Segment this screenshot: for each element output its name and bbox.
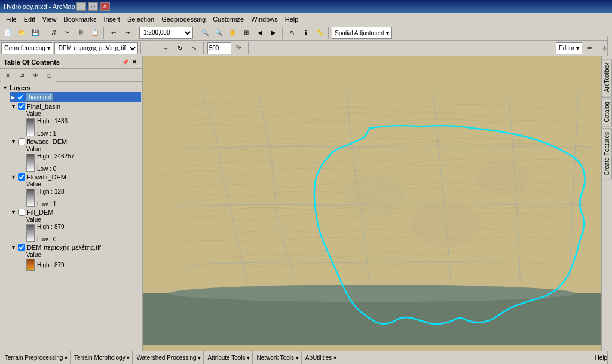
new-btn[interactable]: 📄 [1,26,14,39]
identify-btn[interactable]: ℹ [299,26,313,39]
basinpol-layer: ▶ basinpol [1,92,141,102]
menu-item-windows[interactable]: Windows [247,14,281,24]
flowacc-legend: Value High : 346257 Low : 0 [10,146,141,172]
select-btn[interactable]: ↖ [286,26,299,39]
toc-title: Table Of Contents [4,59,60,66]
minimize-button[interactable]: — [76,2,86,11]
spatial-adjustment-label[interactable]: Spatial Adjustment ▾ [332,27,392,39]
paste-btn[interactable]: 📋 [88,26,102,39]
fill-dem-header[interactable]: ▼ Fill_DEM [10,208,141,216]
redo-btn[interactable]: ↪ [121,26,134,39]
menu-item-edit[interactable]: Edit [20,14,39,24]
menu-item-insert[interactable]: Insert [100,14,124,24]
undo-btn[interactable]: ↩ [107,26,120,39]
toc-sel-btn[interactable]: ◻ [42,69,56,82]
full-extent-btn[interactable]: ⊞ [240,26,253,39]
dem-gradient [26,259,35,271]
dem-legend: Value High : 879 [10,252,141,271]
flowdir-checkbox[interactable] [18,173,25,181]
statusbar: Terrain Preprocessing ▾ Terrain Morpholo… [0,351,612,364]
flowacc-low: Low : 0 [37,166,74,172]
final-basin-legend: Value High : 1436 Low : 1 [10,111,141,137]
create-features-tab[interactable]: Create Features [602,128,612,179]
flowacc-expand[interactable]: ▼ [11,139,16,145]
menubar: FileEditViewBookmarksInsertSelectionGeop… [0,13,612,25]
menu-item-view[interactable]: View [39,14,60,24]
flowacc-layer: ▼ flowacc_DEM Value High : 346257 Low : … [1,137,141,172]
measure-btn[interactable]: 📏 [313,26,326,39]
georef-add-btn[interactable]: + [145,42,158,55]
next-extent-btn[interactable]: ▶ [267,26,280,39]
open-btn[interactable]: 📂 [15,26,28,39]
map-area[interactable] [143,56,601,351]
basinpol-expand[interactable]: ▶ [11,94,15,100]
menu-item-file[interactable]: File [2,14,20,24]
flowacc-header[interactable]: ▼ flowacc_DEM [10,137,141,146]
close-button[interactable]: ✕ [100,2,110,11]
zoom-input[interactable] [207,42,231,54]
main-area: Table Of Contents 📌 ✕ ≡ 🗂 👁 ◻ ▼ Layers [0,56,612,351]
final-basin-high: High : 1436 [37,118,68,124]
georef-scale-btn[interactable]: ⤡ [188,42,201,55]
fill-dem-checkbox[interactable] [18,209,25,216]
svg-point-5 [477,160,529,195]
prev-extent-btn[interactable]: ◀ [253,26,267,39]
flowacc-high-row: High : 346257 Low : 0 [26,153,141,172]
flowdir-header[interactable]: ▼ Flowdir_DEM [10,173,141,181]
georef-layer-combo[interactable]: DEM περιοχής μελέτης.tif [54,42,138,54]
menu-item-bookmarks[interactable]: Bookmarks [60,14,100,24]
copy-btn[interactable]: ⎘ [75,26,88,39]
ap-utilities-menu[interactable]: ApUtilities ▾ [303,351,339,364]
final-basin-header[interactable]: ▼ Final_basin [10,102,141,111]
edit-btn1[interactable]: ✏ [583,42,596,55]
dem-header[interactable]: ▼ DEM περιοχής μελέτης.tif [10,243,141,252]
maximize-button[interactable]: □ [88,2,98,11]
scale-combo[interactable]: 1:200,000 [139,27,193,39]
final-basin-expand[interactable]: ▼ [11,103,16,109]
cut-btn[interactable]: ✂ [61,26,74,39]
toc-vis-btn[interactable]: 👁 [29,69,42,82]
pan-btn[interactable]: ✋ [226,26,239,39]
georef-move-btn[interactable]: ↔ [159,42,172,55]
catalog-tab[interactable]: Catalog [602,97,612,126]
layers-group: ▼ Layers ▶ basinpol ▼ Final [1,83,141,272]
save-btn[interactable]: 💾 [29,26,42,39]
arctoolbox-tab[interactable]: ArcToolbox [602,59,612,96]
menu-item-help[interactable]: Help [281,14,302,24]
flowacc-checkbox[interactable] [18,138,25,145]
flowdir-expand[interactable]: ▼ [11,174,16,180]
georef-menu[interactable]: Georeferencing ▾ [1,42,53,54]
zoom-in-btn[interactable]: 🔍 [198,26,212,39]
fill-dem-value: Value [26,216,141,223]
toc-list-btn[interactable]: ≡ [1,69,14,82]
terrain-morphology-menu[interactable]: Terrain Morphology ▾ [72,351,133,364]
editor-menu[interactable]: Editor ▾ [556,42,582,54]
toc-pin-btn[interactable]: 📌 [121,58,129,66]
sep6 [328,27,330,39]
sep4 [195,27,197,39]
zoom-btn[interactable]: % [232,42,246,55]
layers-expand[interactable]: ▼ [2,85,8,91]
final-basin-checkbox[interactable] [18,103,25,110]
basinpol-header[interactable]: ▶ basinpol [10,92,141,102]
toc-header: Table Of Contents 📌 ✕ [0,56,142,69]
basinpol-checkbox[interactable] [17,94,24,101]
toc-close-btn[interactable]: ✕ [130,58,139,66]
menu-item-selection[interactable]: Selection [124,14,158,24]
terrain-preprocessing-menu[interactable]: Terrain Preprocessing ▾ [2,351,71,364]
zoom-out-btn[interactable]: 🔍 [212,26,225,39]
dem-expand[interactable]: ▼ [11,244,16,250]
dem-checkbox[interactable] [18,244,25,251]
flowacc-high: High : 346257 [37,153,74,160]
network-tools-menu[interactable]: Network Tools ▾ [254,351,301,364]
menu-item-customize[interactable]: Customize [209,14,247,24]
georef-rotate-btn[interactable]: ↻ [173,42,186,55]
print-btn[interactable]: 🖨 [47,26,60,39]
toc-source-btn[interactable]: 🗂 [15,69,28,82]
watershed-processing-menu[interactable]: Watershed Processing ▾ [134,351,204,364]
attribute-tools-menu[interactable]: Attribute Tools ▾ [205,351,253,364]
fill-dem-expand[interactable]: ▼ [11,209,16,215]
fill-dem-high: High : 879 [37,224,65,230]
menu-item-geoprocessing[interactable]: Geoprocessing [158,14,209,24]
final-basin-layer: ▼ Final_basin Value High : 1436 Low : 1 [1,102,141,137]
